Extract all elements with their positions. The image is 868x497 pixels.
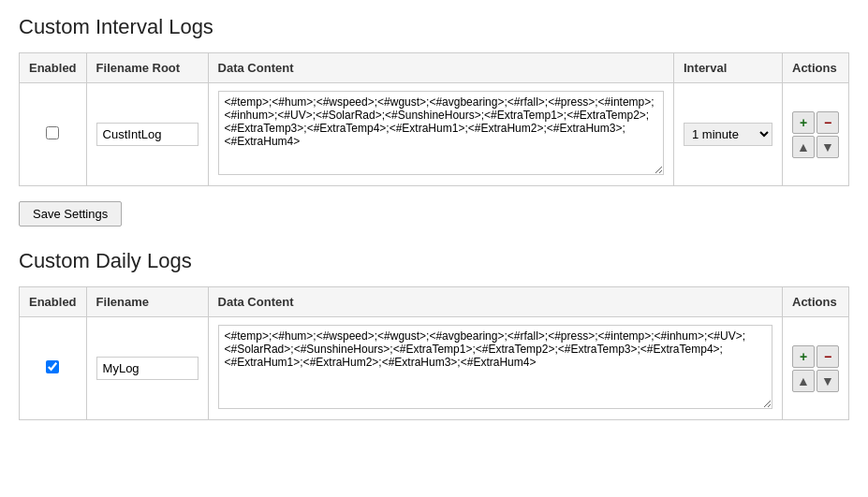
daily-up-button[interactable]: ▲ (792, 370, 815, 392)
interval-select[interactable]: 1 minute 5 minutes 10 minutes 15 minutes… (684, 123, 772, 146)
col-header-enabled-interval: Enabled (20, 53, 87, 83)
col-header-interval: Interval (674, 53, 783, 83)
daily-data-content-cell: <#temp>;<#hum>;<#wspeed>;<#wgust>;<#avgb… (208, 317, 782, 420)
col-header-filename-daily: Filename (86, 287, 208, 317)
interval-log-row: <#temp>;<#hum>;<#wspeed>;<#wgust>;<#avgb… (20, 83, 849, 186)
daily-enabled-checkbox[interactable] (46, 360, 59, 373)
interval-logs-table: Enabled Filename Root Data Content Inter… (19, 52, 849, 186)
daily-filename-cell (86, 317, 208, 420)
interval-select-cell: 1 minute 5 minutes 10 minutes 15 minutes… (674, 83, 783, 186)
interval-actions-cell: + − ▲ ▼ (783, 83, 849, 186)
interval-down-button[interactable]: ▼ (817, 136, 839, 158)
daily-data-content-textarea[interactable]: <#temp>;<#hum>;<#wspeed>;<#wgust>;<#avgb… (218, 325, 772, 409)
interval-actions-grid: + − ▲ ▼ (792, 111, 839, 158)
daily-actions-cell: + − ▲ ▼ (783, 317, 849, 420)
interval-logs-title: Custom Interval Logs (19, 15, 849, 39)
daily-add-button[interactable]: + (792, 345, 815, 368)
interval-filename-cell (86, 83, 208, 186)
interval-filename-input[interactable] (96, 123, 199, 146)
interval-enabled-checkbox[interactable] (46, 126, 59, 139)
daily-logs-table: Enabled Filename Data Content Actions <#… (19, 286, 849, 420)
daily-filename-input[interactable] (96, 357, 199, 380)
interval-remove-button[interactable]: − (817, 111, 839, 134)
interval-data-content-cell: <#temp>;<#hum>;<#wspeed>;<#wgust>;<#avgb… (208, 83, 673, 186)
col-header-filename-root: Filename Root (86, 53, 208, 83)
daily-actions-grid: + − ▲ ▼ (792, 345, 839, 392)
daily-logs-section: Custom Daily Logs Enabled Filename Data … (19, 249, 849, 420)
interval-data-content-textarea[interactable]: <#temp>;<#hum>;<#wspeed>;<#wgust>;<#avgb… (218, 91, 664, 175)
interval-logs-section: Custom Interval Logs Enabled Filename Ro… (19, 15, 849, 186)
interval-enabled-cell (20, 83, 87, 186)
daily-logs-title: Custom Daily Logs (19, 249, 849, 273)
daily-remove-button[interactable]: − (817, 345, 839, 368)
col-header-data-content-interval: Data Content (208, 53, 673, 83)
interval-add-button[interactable]: + (792, 111, 815, 134)
col-header-actions-interval: Actions (783, 53, 849, 83)
daily-down-button[interactable]: ▼ (817, 370, 839, 392)
col-header-data-content-daily: Data Content (208, 287, 782, 317)
daily-enabled-cell (20, 317, 87, 420)
interval-up-button[interactable]: ▲ (792, 136, 815, 158)
save-settings-button[interactable]: Save Settings (19, 201, 122, 227)
col-header-enabled-daily: Enabled (20, 287, 87, 317)
col-header-actions-daily: Actions (783, 287, 849, 317)
daily-log-row: <#temp>;<#hum>;<#wspeed>;<#wgust>;<#avgb… (20, 317, 849, 420)
